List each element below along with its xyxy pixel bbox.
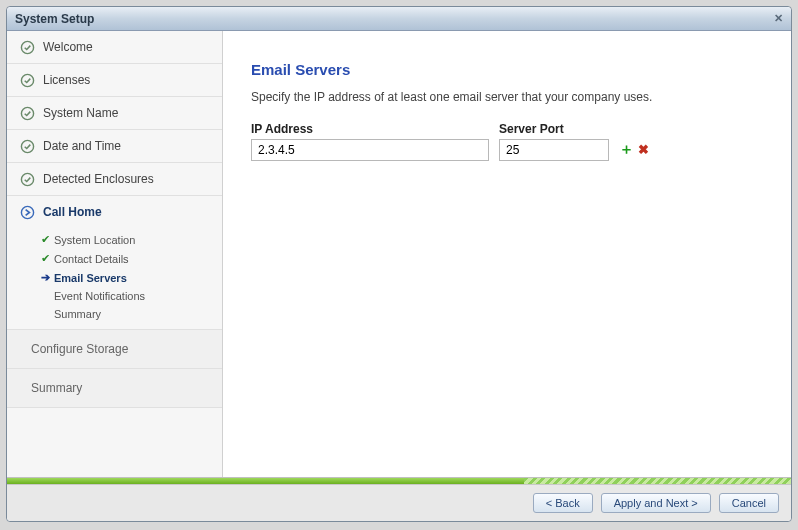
ip-input[interactable] [251, 139, 489, 161]
sidebar-item-label: Detected Enclosures [43, 172, 154, 186]
sidebar-item-label: Call Home [43, 205, 102, 219]
page-description: Specify the IP address of at least one e… [251, 90, 763, 104]
ip-field: IP Address [251, 122, 489, 161]
svg-point-0 [21, 41, 33, 53]
add-row-icon[interactable]: ＋ [619, 140, 634, 159]
sidebar-item-label: Welcome [43, 40, 93, 54]
sidebar-item-label: Licenses [43, 73, 90, 87]
window-body: Welcome Licenses System Name Date and Ti… [7, 31, 791, 477]
port-input[interactable] [499, 139, 609, 161]
cancel-button[interactable]: Cancel [719, 493, 779, 513]
progress-bar [7, 477, 791, 484]
remove-row-icon[interactable]: ✖ [638, 142, 649, 157]
page-title: Email Servers [251, 61, 763, 78]
svg-point-5 [21, 206, 33, 218]
sidebar-item-licenses[interactable]: Licenses [7, 64, 222, 97]
callhome-sublist: ✔ System Location ✔ Contact Details ➔ Em… [7, 228, 222, 330]
main-panel: Email Servers Specify the IP address of … [223, 31, 791, 477]
arrow-icon: ➔ [41, 271, 51, 284]
setup-wizard-window: System Setup ✕ Welcome Licenses Sy [6, 6, 792, 522]
sub-item-contact-details[interactable]: ✔ Contact Details [7, 249, 222, 268]
sub-item-summary[interactable]: Summary [7, 305, 222, 323]
sub-item-label: System Location [54, 234, 135, 246]
svg-point-4 [21, 173, 33, 185]
sidebar: Welcome Licenses System Name Date and Ti… [7, 31, 223, 477]
sub-item-email-servers[interactable]: ➔ Email Servers [7, 268, 222, 287]
sub-item-system-location[interactable]: ✔ System Location [7, 230, 222, 249]
sidebar-item-welcome[interactable]: Welcome [7, 31, 222, 64]
sidebar-item-detected-enclosures[interactable]: Detected Enclosures [7, 163, 222, 196]
svg-point-1 [21, 74, 33, 86]
sub-item-event-notifications[interactable]: Event Notifications [7, 287, 222, 305]
ip-label: IP Address [251, 122, 489, 136]
svg-point-3 [21, 140, 33, 152]
check-circle-icon [19, 105, 35, 121]
back-button[interactable]: < Back [533, 493, 593, 513]
sidebar-item-summary[interactable]: Summary [7, 369, 222, 408]
sidebar-item-label: System Name [43, 106, 118, 120]
check-icon: ✔ [41, 252, 51, 265]
check-circle-icon [19, 171, 35, 187]
check-circle-icon [19, 72, 35, 88]
window-title: System Setup [15, 12, 94, 26]
check-icon: ✔ [41, 233, 51, 246]
titlebar: System Setup ✕ [7, 7, 791, 31]
svg-point-2 [21, 107, 33, 119]
sidebar-item-label: Configure Storage [31, 342, 128, 356]
server-row: IP Address Server Port ＋ ✖ [251, 122, 763, 161]
sidebar-item-configure-storage[interactable]: Configure Storage [7, 330, 222, 369]
sub-item-label: Summary [54, 308, 101, 320]
sub-item-label: Contact Details [54, 253, 129, 265]
close-icon[interactable]: ✕ [774, 12, 783, 25]
port-label: Server Port [499, 122, 609, 136]
sub-item-label: Event Notifications [54, 290, 145, 302]
sidebar-item-date-time[interactable]: Date and Time [7, 130, 222, 163]
port-field: Server Port [499, 122, 609, 161]
sidebar-item-label: Date and Time [43, 139, 121, 153]
sub-item-label: Email Servers [54, 272, 127, 284]
check-circle-icon [19, 39, 35, 55]
check-circle-icon [19, 138, 35, 154]
footer: < Back Apply and Next > Cancel [7, 484, 791, 521]
arrow-circle-icon [19, 204, 35, 220]
row-actions: ＋ ✖ [619, 140, 649, 161]
apply-next-button[interactable]: Apply and Next > [601, 493, 711, 513]
sidebar-item-system-name[interactable]: System Name [7, 97, 222, 130]
sidebar-item-call-home[interactable]: Call Home [7, 196, 222, 228]
sidebar-item-label: Summary [31, 381, 82, 395]
